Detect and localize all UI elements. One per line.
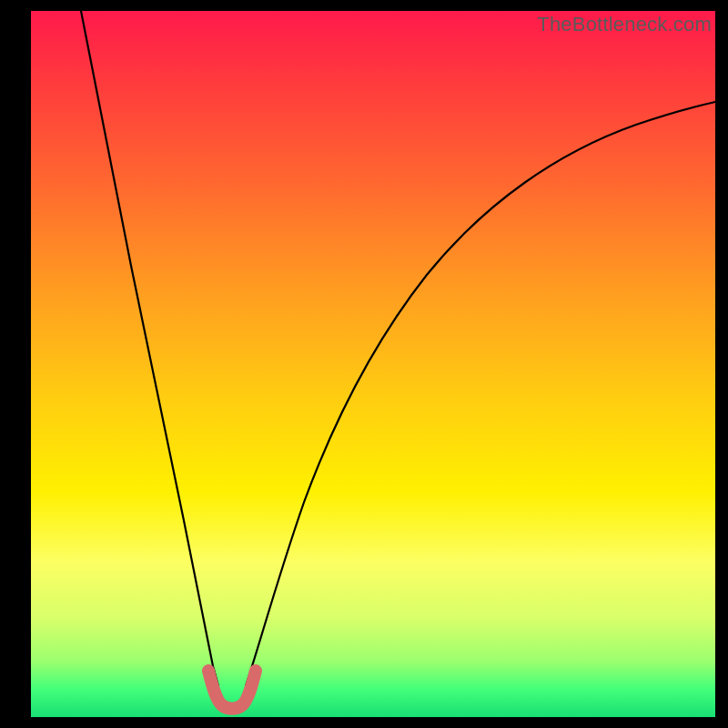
curve-layer [31, 11, 715, 717]
curve-left-branch [81, 11, 218, 686]
curve-valley-highlight [208, 671, 256, 709]
plot-area [31, 11, 715, 717]
curve-right-branch [246, 102, 715, 686]
chart-frame: TheBottleneck.com [0, 0, 728, 728]
